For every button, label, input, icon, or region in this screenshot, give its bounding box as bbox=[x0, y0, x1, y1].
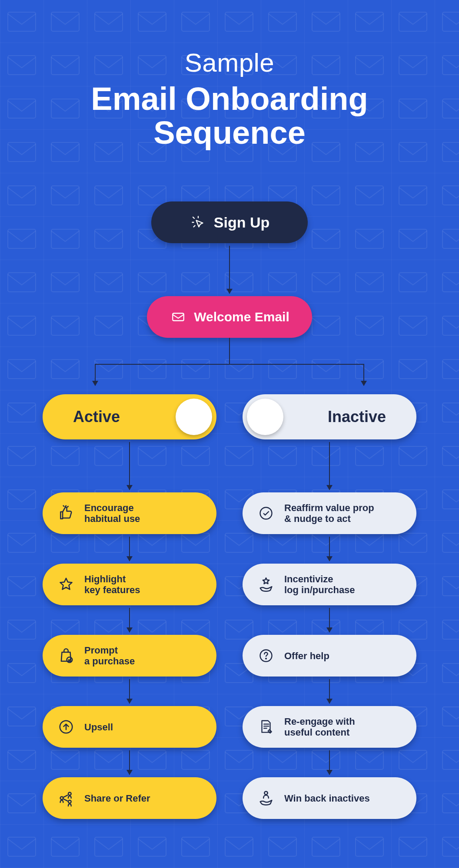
arrow-down-icon bbox=[129, 679, 130, 703]
arrow-down-icon bbox=[129, 537, 130, 561]
header: Sample Email Onboarding Sequence bbox=[91, 48, 368, 149]
active-header-label: Active bbox=[73, 408, 120, 426]
step-label: Offer help bbox=[284, 650, 329, 661]
inactive-toggle: Inactive bbox=[243, 394, 416, 439]
active-toggle: Active bbox=[43, 394, 216, 439]
step-label: Upsell bbox=[84, 722, 113, 733]
cursor-click-icon bbox=[190, 214, 207, 231]
step-label: Incentivize log in/purchase bbox=[284, 574, 355, 596]
title-line-1: Email Onboarding bbox=[91, 81, 368, 117]
arrow-down-icon bbox=[229, 246, 230, 294]
step-label: Highlight key features bbox=[84, 574, 140, 596]
active-step-prompt-purchase: Prompt a purchase bbox=[43, 635, 216, 677]
document-edit-icon bbox=[257, 718, 275, 736]
active-step-encourage: Encourage habitual use bbox=[43, 492, 216, 534]
welcome-email-node: Welcome Email bbox=[147, 296, 312, 338]
thumbs-up-icon bbox=[57, 505, 75, 522]
arrow-down-icon bbox=[129, 608, 130, 632]
active-step-share-refer: Share or Refer bbox=[43, 777, 216, 819]
inactive-step-reengage: Re-engage with useful content bbox=[243, 706, 416, 748]
step-label: Prompt a purchase bbox=[84, 645, 135, 667]
inactive-step-incentivize: Incentivize log in/purchase bbox=[243, 564, 416, 605]
arrow-down-icon bbox=[129, 442, 130, 490]
svg-point-8 bbox=[266, 658, 266, 659]
svg-point-9 bbox=[264, 792, 267, 795]
title-line-2: Sequence bbox=[153, 115, 306, 151]
arrow-up-circle-icon bbox=[57, 718, 75, 736]
svg-rect-0 bbox=[173, 314, 184, 321]
arrow-down-icon bbox=[329, 679, 330, 703]
arrow-down-icon bbox=[329, 442, 330, 490]
arrow-down-icon bbox=[329, 608, 330, 632]
step-label: Re-engage with useful content bbox=[284, 716, 355, 738]
main-title: Email Onboarding Sequence bbox=[91, 82, 368, 149]
step-label: Reaffirm value prop & nudge to act bbox=[284, 502, 374, 525]
hand-star-icon bbox=[257, 576, 275, 593]
inactive-branch: Inactive Reaffirm value prop & nudge to … bbox=[243, 394, 416, 819]
inactive-step-reaffirm: Reaffirm value prop & nudge to act bbox=[243, 492, 416, 534]
hand-person-icon bbox=[257, 789, 275, 807]
svg-point-6 bbox=[260, 508, 272, 519]
signup-label: Sign Up bbox=[214, 214, 269, 231]
star-icon bbox=[57, 576, 75, 593]
active-step-upsell: Upsell bbox=[43, 706, 216, 748]
shopping-bag-check-icon bbox=[57, 647, 75, 664]
envelope-icon bbox=[170, 308, 187, 326]
arrow-down-icon bbox=[129, 750, 130, 775]
branches: Active Encourage habitual use bbox=[43, 394, 416, 819]
step-label: Win back inactives bbox=[284, 793, 370, 804]
inactive-header-label: Inactive bbox=[328, 408, 386, 426]
svg-point-5 bbox=[68, 800, 71, 803]
active-branch: Active Encourage habitual use bbox=[43, 394, 216, 819]
active-step-highlight: Highlight key features bbox=[43, 564, 216, 605]
toggle-knob bbox=[176, 399, 212, 435]
branch-connector bbox=[43, 338, 416, 390]
inactive-step-offer-help: Offer help bbox=[243, 635, 416, 677]
arrow-down-icon bbox=[329, 750, 330, 775]
diagram-root: Sample Email Onboarding Sequence Sign Up… bbox=[0, 0, 459, 854]
help-circle-icon bbox=[257, 647, 275, 664]
step-label: Share or Refer bbox=[84, 793, 150, 804]
signup-node: Sign Up bbox=[151, 201, 308, 243]
welcome-label: Welcome Email bbox=[194, 310, 289, 325]
people-share-icon bbox=[57, 789, 75, 807]
inactive-step-winback: Win back inactives bbox=[243, 777, 416, 819]
overline: Sample bbox=[91, 48, 368, 78]
check-circle-icon bbox=[257, 505, 275, 522]
arrow-down-icon bbox=[329, 537, 330, 561]
toggle-knob bbox=[247, 399, 283, 435]
svg-point-4 bbox=[68, 792, 71, 795]
step-label: Encourage habitual use bbox=[84, 502, 140, 525]
